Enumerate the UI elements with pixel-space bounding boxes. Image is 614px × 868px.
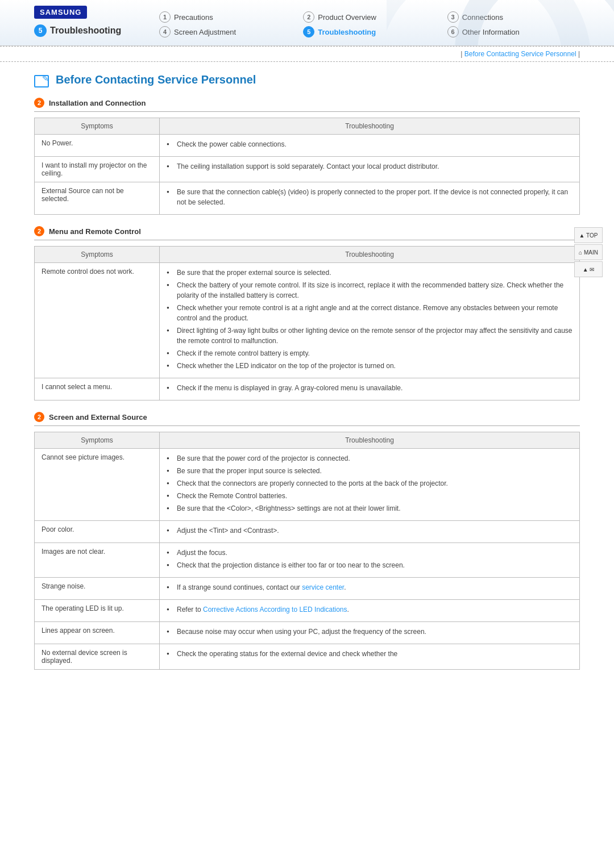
col-header: Troubleshooting [160,247,580,263]
table-row: I cannot select a menu.Check if the menu… [35,378,580,400]
table-row: No external device screen is displayed.C… [35,644,580,670]
col-header: Troubleshooting [160,118,580,135]
tips-cell: Be sure that the power cord of the proje… [160,449,580,521]
col-header: Troubleshooting [160,432,580,449]
breadcrumb-link[interactable]: Before Contacting Service Personnel [464,50,576,58]
up-button[interactable]: ▲ ✉ [574,261,603,277]
tips-cell: Adjust the focus.Check that the projecti… [160,543,580,578]
tips-cell: Be sure that the proper external source … [160,263,580,378]
tip-item: Check the Remote Control batteries. [167,491,572,501]
table-row: External Source can not be selected.Be s… [35,182,580,215]
symptom-cell: No Power. [35,135,160,157]
nav-label-4: Troubleshooting [318,28,376,36]
nav-item-precautions[interactable]: 1Precautions [159,11,292,23]
section-badge-menu: 2 [34,226,44,236]
tip-item: Because noise may occur when using your … [167,627,572,637]
col-header: Symptoms [35,247,160,263]
symptom-cell: Cannot see picture images. [35,449,160,521]
table-row: Strange noise.If a strange sound continu… [35,578,580,600]
section-header-menu: 2Menu and Remote Control [34,226,580,240]
float-buttons: ▲ TOP ⌂ MAIN ▲ ✉ [574,227,603,277]
header: SAMSUNG 5 Troubleshooting 1Precautions2P… [0,0,614,46]
symptom-cell: No external device screen is displayed. [35,644,160,670]
current-section-badge: 5 [34,24,47,37]
table-row: Poor color.Adjust the <Tint> and <Contra… [35,521,580,543]
tip-item: Check that the projection distance is ei… [167,560,572,570]
current-section-label: Troubleshooting [50,26,121,36]
tip-item: Be sure that the power cord of the proje… [167,453,572,464]
tip-item: Check if the remote control battery is e… [167,348,572,358]
breadcrumb-bar: | Before Contacting Service Personnel | [0,46,614,62]
section-header-installation: 2Installation and Connection [34,98,580,112]
page-title: Before Contacting Service Personnel [56,73,256,86]
symptom-cell: Poor color. [35,521,160,543]
tip-item: Be sure that the proper input source is … [167,466,572,476]
nav-label-3: Screen Adjustment [174,28,236,36]
tip-item: Be sure that the connection cable(s) (vi… [167,187,572,207]
tips-cell: Check the operating status for the exter… [160,644,580,670]
page-title-block: Before Contacting Service Personnel [34,73,580,86]
tip-item: If a strange sound continues, contact ou… [167,582,572,592]
nav-item-screen-adjustment[interactable]: 4Screen Adjustment [159,26,292,37]
section-title-screen: Screen and External Source [49,413,147,422]
main-button[interactable]: ⌂ MAIN [574,244,603,260]
table-row: Cannot see picture images.Be sure that t… [35,449,580,521]
col-header: Symptoms [35,118,160,135]
content-area: Before Contacting Service Personnel 2Ins… [0,62,614,692]
tip-item: Be sure that the <Color>, <Brightness> s… [167,503,572,514]
tips-cell: Because noise may occur when using your … [160,622,580,644]
tip-item: Check whether your remote control is at … [167,303,572,323]
tips-cell: Be sure that the connection cable(s) (vi… [160,182,580,215]
top-button[interactable]: ▲ TOP [574,227,603,243]
tip-item: Adjust the focus. [167,548,572,558]
section-title-installation: Installation and Connection [49,99,146,107]
table-row: Images are not clear.Adjust the focus.Ch… [35,543,580,578]
tip-item: Check if the menu is displayed in gray. … [167,383,572,393]
table-screen: SymptomsTroubleshootingCannot see pictur… [34,432,580,670]
symptom-cell: Lines appear on screen. [35,622,160,644]
table-row: Remote control does not work.Be sure tha… [35,263,580,378]
table-row: Lines appear on screen.Because noise may… [35,622,580,644]
table-row: I want to install my projector on the ce… [35,157,580,182]
table-row: The operating LED is lit up.Refer to Cor… [35,600,580,622]
table-menu: SymptomsTroubleshootingRemote control do… [34,246,580,400]
service-center-link[interactable]: service center [302,583,344,591]
symptom-cell: I cannot select a menu. [35,378,160,400]
tips-cell: Check if the menu is displayed in gray. … [160,378,580,400]
tip-item: Adjust the <Tint> and <Contrast>. [167,525,572,536]
tip-item: Check the power cable connections. [167,139,572,149]
page-title-icon [34,74,50,86]
section-badge-installation: 2 [34,98,44,108]
tips-cell: Check the power cable connections. [160,135,580,157]
tip-item: Check the operating status for the exter… [167,649,572,659]
table-row: No Power.Check the power cable connectio… [35,135,580,157]
section-badge-screen: 2 [34,412,44,422]
tips-cell: If a strange sound continues, contact ou… [160,578,580,600]
tip-item: Refer to Corrective Actions According to… [167,604,572,615]
nav-num-4: 5 [303,26,314,37]
symptom-cell: External Source can not be selected. [35,182,160,215]
symptom-cell: The operating LED is lit up. [35,600,160,622]
samsung-logo: SAMSUNG [34,6,87,19]
symptom-cell: I want to install my projector on the ce… [35,157,160,182]
symptom-cell: Strange noise. [35,578,160,600]
symptom-cell: Images are not clear. [35,543,160,578]
tip-item: Check that the connectors are properly c… [167,478,572,489]
nav-num-3: 4 [159,26,171,37]
corrective-actions-link[interactable]: Corrective Actions According to LED Indi… [203,606,347,614]
col-header: Symptoms [35,432,160,449]
section-header-screen: 2Screen and External Source [34,412,580,426]
tips-cell: Adjust the <Tint> and <Contrast>. [160,521,580,543]
sections-container: 2Installation and ConnectionSymptomsTrou… [34,98,580,670]
tip-item: Check whether the LED indicator on the t… [167,361,572,371]
tip-item: The ceiling installation support is sold… [167,161,572,172]
table-installation: SymptomsTroubleshootingNo Power.Check th… [34,118,580,215]
tips-cell: Refer to Corrective Actions According to… [160,600,580,622]
tip-item: Check the battery of your remote control… [167,280,572,301]
tip-item: Be sure that the proper external source … [167,268,572,278]
nav-num-1: 2 [303,11,314,23]
section-title-menu: Menu and Remote Control [49,227,141,236]
nav-num-0: 1 [159,11,171,23]
symptom-cell: Remote control does not work. [35,263,160,378]
nav-label-1: Product Overview [318,13,376,22]
